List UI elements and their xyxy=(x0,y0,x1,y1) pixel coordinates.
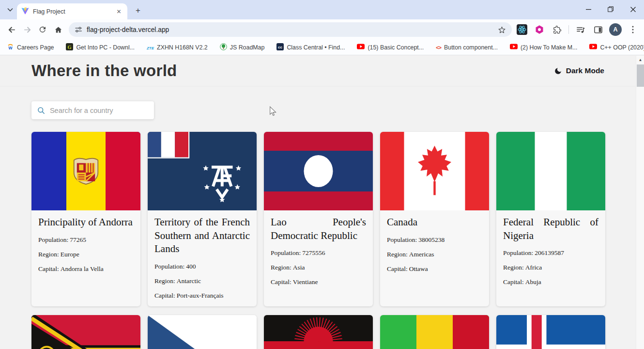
population-label: Population: xyxy=(154,263,184,270)
pink-hexagon-extension-icon[interactable] xyxy=(532,22,547,37)
code-brackets-icon: <> xyxy=(436,44,441,51)
country-search-box[interactable] xyxy=(31,101,154,119)
region-label: Region: xyxy=(387,251,408,258)
flag-andorra xyxy=(31,132,140,210)
flag-mali xyxy=(380,315,489,349)
tab-title: Flag Project xyxy=(33,8,111,15)
home-button[interactable] xyxy=(50,22,66,37)
bookmark-star-icon[interactable] xyxy=(498,26,506,34)
window-close-button[interactable] xyxy=(622,0,644,18)
country-card[interactable]: Principality of Andorra Population:77265… xyxy=(31,132,140,306)
back-button[interactable] xyxy=(4,22,19,37)
capital-label: Capital: xyxy=(271,278,291,286)
country-population: Population:206139587 xyxy=(503,249,598,257)
tree-icon xyxy=(220,43,227,52)
flag-czechia xyxy=(148,315,257,349)
forward-button[interactable] xyxy=(19,22,35,37)
getintopc-icon: G xyxy=(66,43,73,52)
country-region: Region:Americas xyxy=(387,251,482,258)
bookmark-item[interactable]: (2) How To Make M... xyxy=(510,43,578,52)
population-label: Population: xyxy=(503,249,533,256)
youtube-icon xyxy=(589,43,597,52)
window-restore-button[interactable] xyxy=(599,0,622,18)
reload-button[interactable] xyxy=(35,22,50,37)
bookmark-item[interactable]: (15) Basic Concept... xyxy=(357,43,424,52)
country-cards-grid: Principality of Andorra Population:77265… xyxy=(31,132,605,349)
address-bar[interactable]: flag-project-delta.vercel.app xyxy=(69,22,512,37)
country-card[interactable]: Canada Population:38005238 Region:Americ… xyxy=(380,132,489,306)
page-scrollbar[interactable]: ▲ xyxy=(636,56,644,349)
country-name: Federal Republic of Nigeria xyxy=(503,216,598,242)
bookmark-item[interactable]: JS RoadMap xyxy=(220,43,265,52)
bookmark-item[interactable]: <> Button component... xyxy=(436,44,498,51)
capital-value: Port-aux-Français xyxy=(177,292,224,299)
svg-text:w: w xyxy=(8,45,13,50)
country-population: Population:7275556 xyxy=(271,249,366,257)
country-region: Region:Africa xyxy=(503,264,598,271)
moon-icon xyxy=(554,67,562,75)
browser-menu-kebab-icon[interactable] xyxy=(626,22,640,37)
site-info-icon[interactable] xyxy=(75,26,82,33)
country-card[interactable] xyxy=(380,315,489,349)
country-card[interactable] xyxy=(31,315,140,349)
class-central-icon: cc xyxy=(276,43,284,52)
region-value: Americas xyxy=(409,251,434,258)
tab-search-button[interactable] xyxy=(5,5,15,15)
population-value: 38005238 xyxy=(418,236,445,243)
media-controls-icon[interactable] xyxy=(573,22,588,37)
profile-avatar[interactable]: A xyxy=(608,22,623,37)
react-devtools-extension-icon[interactable] xyxy=(515,22,529,37)
region-label: Region: xyxy=(271,264,291,271)
flag-malawi xyxy=(264,315,373,349)
flag-vanuatu xyxy=(31,315,140,349)
svg-text:G: G xyxy=(68,44,72,49)
search-input[interactable] xyxy=(50,107,148,114)
country-card[interactable] xyxy=(496,315,605,349)
dark-mode-toggle[interactable]: Dark Mode xyxy=(554,66,604,75)
url-text[interactable]: flag-project-delta.vercel.app xyxy=(87,26,493,33)
avatar-letter: A xyxy=(609,23,622,36)
page-title: Where in the world xyxy=(31,62,177,80)
extensions-puzzle-icon[interactable] xyxy=(550,22,564,37)
flag-canada xyxy=(380,132,489,210)
country-capital: Capital:Vientiane xyxy=(271,278,366,286)
region-value: Asia xyxy=(293,264,305,271)
capital-value: Andorra la Vella xyxy=(61,265,104,272)
region-value: Africa xyxy=(525,264,542,271)
capital-label: Capital: xyxy=(387,265,408,272)
youtube-icon xyxy=(510,43,518,52)
country-card[interactable]: Lao People's Democratic Republic Populat… xyxy=(264,132,373,306)
country-card[interactable]: Territory of the French Southern and Ant… xyxy=(148,132,257,306)
population-label: Population: xyxy=(387,236,417,243)
youtube-icon xyxy=(357,43,365,52)
scrollbar-thumb[interactable] xyxy=(637,64,644,87)
bookmark-item[interactable]: ZTE ZXHN H168N V2.2 xyxy=(147,44,208,51)
new-tab-button[interactable]: + xyxy=(133,5,143,16)
region-value: Europe xyxy=(61,251,79,258)
country-card[interactable] xyxy=(264,315,373,349)
country-card[interactable]: Federal Republic of Nigeria Population:2… xyxy=(496,132,605,306)
window-minimize-button[interactable] xyxy=(577,0,599,18)
tab-close-icon[interactable]: ✕ xyxy=(115,7,123,16)
country-population: Population:400 xyxy=(154,263,250,270)
vite-favicon-icon xyxy=(21,7,29,16)
country-region: Region:Europe xyxy=(38,251,134,258)
country-region: Region:Asia xyxy=(271,264,366,271)
country-card[interactable] xyxy=(148,315,257,349)
bookmark-item[interactable]: w Careers Page xyxy=(7,43,54,52)
side-panel-icon[interactable] xyxy=(591,22,605,37)
bookmark-item[interactable]: C++ OOP (2020) - I... xyxy=(589,43,644,52)
country-capital: Capital:Abuja xyxy=(503,278,598,286)
bookmark-item[interactable]: cc Class Central • Find... xyxy=(276,43,345,52)
capital-label: Capital: xyxy=(154,292,175,299)
country-population: Population:38005238 xyxy=(387,236,482,244)
bookmark-item[interactable]: G Get Into PC - Downl... xyxy=(66,43,135,52)
browser-tab[interactable]: Flag Project ✕ xyxy=(17,3,127,19)
region-label: Region: xyxy=(503,264,524,271)
flag-nigeria xyxy=(496,132,605,210)
capital-value: Ottawa xyxy=(409,265,428,272)
scrollbar-up-arrow[interactable]: ▲ xyxy=(636,56,644,64)
country-capital: Capital:Ottawa xyxy=(387,265,482,273)
region-value: Antarctic xyxy=(177,277,201,285)
country-capital: Capital:Andorra la Vella xyxy=(38,265,134,273)
